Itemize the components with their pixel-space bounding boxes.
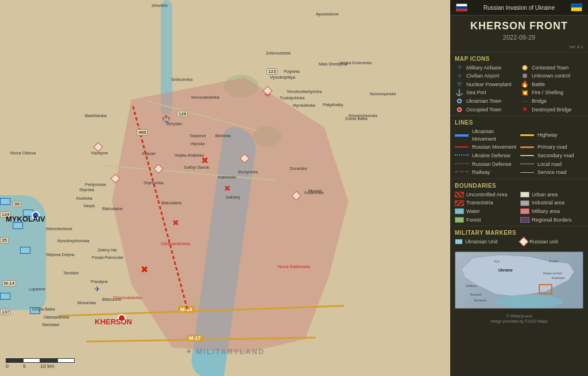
map-credit: © MilitaryLand Image provided by ©2022 M… <box>450 312 588 325</box>
scale-5: 5 <box>23 363 26 369</box>
battle-icon: 🔥 <box>520 81 529 88</box>
blahodatne-label: Blahodatne <box>102 207 122 211</box>
occupied-town-icon <box>457 107 462 112</box>
legend-contested-town: Contested Town <box>520 64 583 72</box>
legend-fire: 💥 Fire / Shelling <box>520 89 583 96</box>
regional-borders-icon <box>520 217 529 223</box>
legend-ua-defense-label: Ukraine Defense <box>472 152 510 160</box>
uncontrolled-icon <box>455 192 464 197</box>
posad-label: Posad-Pokrovske <box>92 255 123 259</box>
shyroka-label: Shyroka <box>79 188 94 192</box>
legend-occupied-town: Occupied Town <box>455 106 518 114</box>
novakakhovka-label: Nova Kakhovka <box>278 264 310 269</box>
bridge-icon: — <box>520 98 529 104</box>
legend-ru-defense: Russian Defense <box>455 161 518 168</box>
legend-forest: Forest <box>455 216 518 224</box>
sidebar: Russian Invasion of Ukraine KHERSON FRON… <box>450 0 588 376</box>
unit-number-3: 35 <box>0 237 9 243</box>
sidebar-header: Russian Invasion of Ukraine <box>450 0 588 15</box>
shyhurivka-label: Shyhurivka <box>144 181 164 185</box>
railway-icon <box>455 171 469 173</box>
ua-unit-3 <box>20 247 30 254</box>
legend-regional-borders-label: Regional Borders <box>532 216 572 224</box>
blahodatne2-label: Blahodatne <box>161 201 181 205</box>
tokareve-label: Tokareve <box>189 134 206 138</box>
unit-number-5: 99 <box>13 201 21 207</box>
legend-nuclear: ☢ Nuclear Powerplant <box>455 81 518 88</box>
pravdyne-label: Pravdyne <box>91 280 108 284</box>
legend-service-road-label: Service road <box>537 169 567 176</box>
kyiv-minimap-label: Kyiv <box>494 259 500 262</box>
legend-service-road: Service road <box>520 169 583 176</box>
legend-battle-label: Battle <box>532 81 545 88</box>
legend-urban-label: Urban area <box>532 191 558 199</box>
lupareve-label: Lupareve <box>29 287 45 291</box>
ua-town-icon <box>457 99 462 103</box>
scale-seg-4 <box>57 358 75 363</box>
oleksandrivka-label: Oleksandrivka <box>161 241 190 246</box>
legend-civilian-airport: ✈ Civilian Airport <box>455 72 518 80</box>
inhulets-label: Inhulets <box>152 3 168 8</box>
transnistria-icon <box>455 200 464 206</box>
russian-flag <box>456 3 467 11</box>
local-road-icon <box>520 164 534 164</box>
legend-military-area: Military area <box>520 208 583 215</box>
legend-icons-grid: ✈ Military Airbase Contested Town ✈ Civi… <box>455 64 583 114</box>
kherson-label: KHERSON <box>95 317 132 326</box>
vysokopillya-label: Vysokopillya <box>270 75 295 80</box>
contested-town-icon <box>522 65 528 71</box>
civilian-airport-icon: ✈ <box>455 72 464 79</box>
legend-contested-town-label: Contested Town <box>532 64 568 72</box>
piatykhatky-label: Piatykhatky <box>323 103 343 107</box>
stepova-label: Stepova Dolyna <box>46 253 74 257</box>
mykolaiv-label: MYKOLAIV <box>6 215 45 223</box>
watermark: ✦ MILITARYLAND <box>185 347 265 356</box>
legend-ru-movement: Russian Movement <box>455 144 518 151</box>
legend-ru-movement-label: Russian Movement <box>472 144 516 151</box>
legend-transnistria-label: Transnistria <box>466 199 493 207</box>
map-date: 2022-09-29 <box>450 34 588 44</box>
scale-seg-2 <box>23 358 40 363</box>
potylivka-label: Potylivka <box>284 69 300 73</box>
shelling-marker-1: ✖ <box>172 218 179 227</box>
primary-road-icon <box>520 146 534 148</box>
hlynske-label: Hlynske <box>191 142 205 146</box>
salhany-label: Salhany <box>226 195 240 199</box>
legend-railway: Railway <box>455 169 518 176</box>
legend-destroyed-bridge-label: Destroyed Bridge <box>532 106 572 114</box>
legend-water: Water <box>455 208 518 215</box>
unknown-control-icon <box>523 73 527 78</box>
bucharest-minimap-label: Bucharest <box>474 299 488 302</box>
destroyed-bridge-icon: ✖ <box>520 106 529 113</box>
zolota-balka-label: Zolota Balka <box>345 117 368 121</box>
legend-primary-road-label: Primary road <box>537 144 567 151</box>
battle-marker-2: ✖ <box>224 184 231 193</box>
nuclear-icon: ☢ <box>455 81 464 88</box>
legend-military-title: MILITARY MARKERS <box>455 230 583 236</box>
legend-bridge: — Bridge <box>520 98 583 105</box>
trudolyubivka-label: Trudolyubivka <box>280 96 304 100</box>
legend-ru-defense-label: Russian Defense <box>472 161 512 168</box>
legend-ua-unit: Ukrainian Unit <box>455 238 518 246</box>
water-icon <box>455 208 464 214</box>
legend-highway-label: Highway <box>537 131 558 139</box>
snihurivka-label: Snihurivka <box>171 77 192 82</box>
scale-0: 0 <box>6 363 9 369</box>
scale-seg-1 <box>6 358 23 363</box>
scale-labels: 0 5 10 km <box>6 363 55 369</box>
unit-number-6: 466 <box>137 129 148 135</box>
legend-regional-borders: Regional Borders <box>520 216 583 224</box>
ua-unit-6 <box>0 198 10 205</box>
legend-industrial-label: Industrial area <box>532 199 564 207</box>
unit-number-1: M-14 <box>2 280 16 286</box>
legend-nuclear-label: Nuclear Powerplant <box>466 81 512 88</box>
scale-10: 10 km <box>40 363 55 369</box>
sea-port-icon: ⚓ <box>455 90 464 96</box>
ukrainian-flag <box>571 3 582 11</box>
legend-secondary-road-label: Secondary road <box>537 152 574 160</box>
legend-railway-label: Railway <box>472 169 490 176</box>
legend-military-area-label: Military area <box>532 208 560 215</box>
fire-icon: 💥 <box>520 90 529 96</box>
legend-forest-label: Forest <box>466 216 481 224</box>
legend-boundaries-section: BOUNDARIES Uncontrolled Area Urban area … <box>450 179 588 226</box>
